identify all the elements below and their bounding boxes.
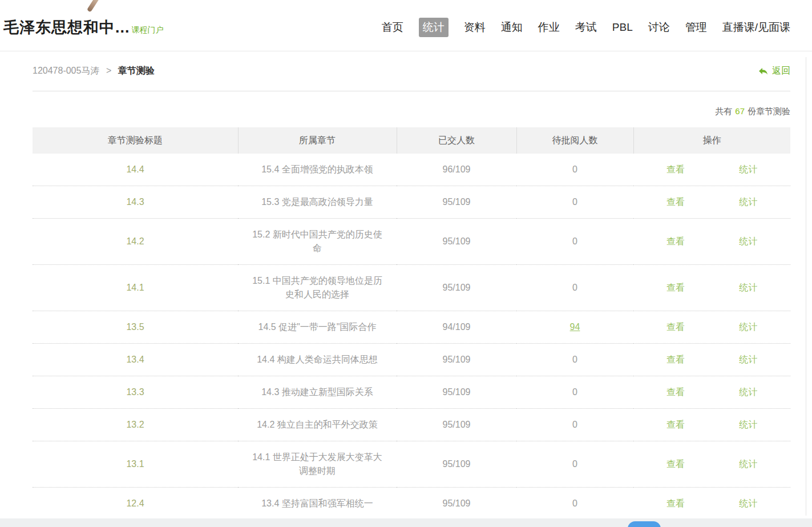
- stats-link[interactable]: 统计: [739, 235, 757, 248]
- pending-count: 0: [572, 283, 577, 292]
- test-title[interactable]: 13.5: [33, 311, 238, 344]
- row-actions: 查看 统计: [639, 457, 785, 471]
- test-title[interactable]: 13.3: [33, 376, 238, 409]
- test-title[interactable]: 13.2: [33, 409, 238, 441]
- site-header: 毛泽东思想和中... 课程门户 首页统计资料通知作业考试PBL讨论管理直播课/见…: [0, 0, 812, 51]
- breadcrumb-course-link[interactable]: 120478-005马涛: [33, 66, 99, 75]
- table-row: 13.4 14.4 构建人类命运共同体思想 95/109 0 查看 统计: [33, 344, 790, 376]
- actions-cell: 查看 统计: [633, 441, 790, 488]
- col-header-test-title: 章节测验标题: [33, 127, 238, 154]
- pagination-current-page[interactable]: [628, 521, 661, 527]
- actions-cell: 查看 统计: [633, 311, 790, 344]
- tests-count-prefix: 共有: [715, 106, 732, 116]
- nav-tab-statistics[interactable]: 统计: [419, 18, 449, 37]
- test-title-text: 13.5: [126, 322, 144, 332]
- view-link[interactable]: 查看: [666, 281, 685, 295]
- col-header-actions: 操作: [633, 127, 790, 154]
- view-link[interactable]: 查看: [666, 163, 685, 176]
- stats-link[interactable]: 统计: [739, 353, 757, 367]
- chapter-name-text: 13.4 坚持富国和强军相统一: [261, 498, 373, 508]
- stats-link[interactable]: 统计: [739, 457, 757, 471]
- nav-tab-management[interactable]: 管理: [685, 20, 707, 35]
- pending-cell: 0: [516, 441, 633, 488]
- stats-link[interactable]: 统计: [739, 195, 757, 209]
- submitted-count-text: 95/109: [443, 197, 471, 207]
- submitted-count: 95/109: [397, 488, 516, 520]
- test-title[interactable]: 13.1: [33, 441, 238, 488]
- pending-cell: 0: [516, 488, 633, 520]
- course-portal-link[interactable]: 课程门户: [132, 25, 164, 35]
- submitted-count-text: 95/109: [443, 498, 471, 508]
- nav-tab-discussion[interactable]: 讨论: [648, 20, 670, 35]
- pending-cell: 0: [516, 186, 633, 219]
- submitted-count: 95/109: [397, 441, 516, 488]
- table-row: 12.4 13.4 坚持富国和强军相统一 95/109 0 查看 统计: [33, 488, 790, 520]
- test-title[interactable]: 14.3: [33, 186, 238, 219]
- nav-tab-live-class[interactable]: 直播课/见面课: [722, 20, 790, 35]
- nav-tab-notifications[interactable]: 通知: [501, 20, 523, 35]
- chapter-name: 15.3 党是最高政治领导力量: [238, 186, 397, 219]
- stats-link[interactable]: 统计: [739, 385, 757, 399]
- actions-cell: 查看 统计: [633, 186, 790, 219]
- course-title: 毛泽东思想和中...: [3, 17, 130, 38]
- nav-tab-exams[interactable]: 考试: [575, 20, 597, 35]
- col-header-chapter: 所属章节: [238, 127, 397, 154]
- tests-count-suffix: 份章节测验: [748, 106, 790, 116]
- chapter-name-text: 14.1 世界正处于大发展大变革大调整时期: [252, 452, 382, 476]
- row-actions: 查看 统计: [639, 281, 785, 295]
- test-title-text: 12.4: [126, 498, 144, 508]
- test-title-text: 14.4: [126, 164, 144, 174]
- submitted-count-text: 95/109: [443, 283, 471, 292]
- chapter-name: 14.1 世界正处于大发展大变革大调整时期: [238, 441, 397, 488]
- view-link[interactable]: 查看: [666, 418, 685, 432]
- submitted-count: 95/109: [397, 186, 516, 219]
- row-actions: 查看 统计: [639, 353, 785, 367]
- test-title[interactable]: 13.4: [33, 344, 238, 376]
- stats-link[interactable]: 统计: [739, 497, 757, 510]
- chapter-name-text: 15.3 党是最高政治领导力量: [261, 197, 373, 207]
- chapter-name: 14.4 构建人类命运共同体思想: [238, 344, 397, 376]
- page-bottom-strip: [0, 518, 812, 527]
- pending-count: 0: [572, 236, 577, 246]
- actions-cell: 查看 统计: [633, 376, 790, 409]
- breadcrumb-separator: >: [106, 66, 111, 75]
- test-title[interactable]: 14.2: [33, 219, 238, 265]
- view-link[interactable]: 查看: [666, 497, 685, 510]
- pending-count: 0: [572, 459, 577, 469]
- nav-tab-materials[interactable]: 资料: [464, 20, 486, 35]
- row-actions: 查看 统计: [639, 320, 785, 334]
- stats-link[interactable]: 统计: [739, 320, 757, 334]
- row-actions: 查看 统计: [639, 418, 785, 432]
- actions-cell: 查看 统计: [633, 488, 790, 520]
- submitted-count: 95/109: [397, 409, 516, 441]
- actions-cell: 查看 统计: [633, 219, 790, 265]
- test-title[interactable]: 12.4: [33, 488, 238, 520]
- pending-count[interactable]: 94: [570, 322, 580, 332]
- nav-tab-home[interactable]: 首页: [382, 20, 403, 35]
- test-title-text: 14.3: [126, 197, 144, 207]
- test-title[interactable]: 14.4: [33, 154, 238, 186]
- back-label: 返回: [772, 65, 790, 77]
- nav-tab-homework[interactable]: 作业: [538, 20, 560, 35]
- view-link[interactable]: 查看: [666, 457, 685, 471]
- submitted-count-text: 95/109: [443, 236, 471, 246]
- submitted-count: 96/109: [397, 154, 516, 186]
- actions-cell: 查看 统计: [633, 344, 790, 376]
- breadcrumb-bar: 120478-005马涛 > 章节测验 返回: [33, 51, 790, 91]
- view-link[interactable]: 查看: [666, 195, 685, 209]
- pending-cell: 0: [516, 154, 633, 186]
- chapter-name: 14.2 独立自主的和平外交政策: [238, 409, 397, 441]
- stats-link[interactable]: 统计: [739, 163, 757, 176]
- test-title[interactable]: 14.1: [33, 265, 238, 311]
- pending-count: 0: [572, 164, 577, 174]
- stats-link[interactable]: 统计: [739, 281, 757, 295]
- nav-tab-pbl[interactable]: PBL: [612, 21, 633, 34]
- view-link[interactable]: 查看: [666, 353, 685, 367]
- view-link[interactable]: 查看: [666, 320, 685, 334]
- stats-link[interactable]: 统计: [739, 418, 757, 432]
- table-row: 14.4 15.4 全面增强党的执政本领 96/109 0 查看 统计: [33, 154, 790, 186]
- test-title-text: 13.2: [126, 420, 144, 429]
- back-link[interactable]: 返回: [758, 65, 790, 77]
- view-link[interactable]: 查看: [666, 235, 685, 248]
- view-link[interactable]: 查看: [666, 385, 685, 399]
